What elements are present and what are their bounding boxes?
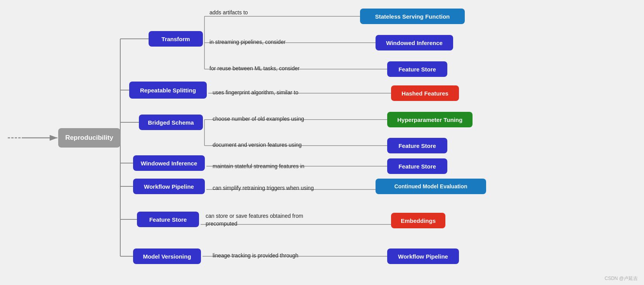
transform-node: Transform [149, 31, 203, 47]
stateless-serving-function-node: Stateless Serving Function [360, 9, 465, 24]
label-document-version: document and version features using [213, 142, 302, 148]
root-node: Reproducibility [58, 128, 120, 148]
label-choose-number: choose number of old examples using [213, 116, 304, 122]
model-versioning-node: Model Versioning [133, 249, 201, 264]
label-streaming-pipelines: in streaming pipelines, consider [209, 39, 286, 45]
feature-store-leaf2-node: Feature Store [387, 138, 447, 153]
workflow-pipeline-leaf-node: Workflow Pipeline [387, 249, 459, 264]
windowed-inference-leaf-node: Windowed Inference [376, 35, 453, 50]
feature-store-leaf3-node: Feature Store [387, 158, 447, 174]
repeatable-splitting-node: Repeatable Splitting [129, 82, 207, 99]
label-can-store-b: precomputed [206, 221, 237, 227]
label-reuse-between: for reuse between ML tasks, consider [209, 65, 299, 71]
diagram-container: Reproducibility Transform Repeatable Spl… [0, 0, 644, 285]
label-stateful-streaming: maintain stateful streaming features in [213, 163, 305, 169]
workflow-pipeline-node: Workflow Pipeline [133, 179, 205, 194]
feature-store-node: Feature Store [137, 212, 199, 227]
label-lineage-tracking: lineage tracking is provided through [213, 252, 298, 259]
label-can-store-a: can store or save features obtained from [206, 213, 303, 219]
label-adds-artifacts: adds artifacts to [209, 9, 248, 16]
bridged-schema-node: Bridged Schema [139, 115, 203, 130]
continued-model-evaluation-node: Continued Model Evaluation [376, 179, 486, 194]
label-fingerprint: uses fingerprint algorithm, similar to [213, 89, 298, 96]
hashed-features-node: Hashed Features [391, 85, 459, 101]
feature-store-leaf1-node: Feature Store [387, 61, 447, 77]
windowed-inference-node: Windowed Inference [133, 155, 205, 171]
embeddings-node: Embeddings [391, 213, 445, 228]
hyperparameter-tuning-node: Hyperparameter Tuning [387, 112, 473, 127]
label-retraining-triggers: can simplify retraining triggers when us… [213, 185, 314, 191]
watermark: CSDN @卢延吉 [604, 275, 638, 282]
